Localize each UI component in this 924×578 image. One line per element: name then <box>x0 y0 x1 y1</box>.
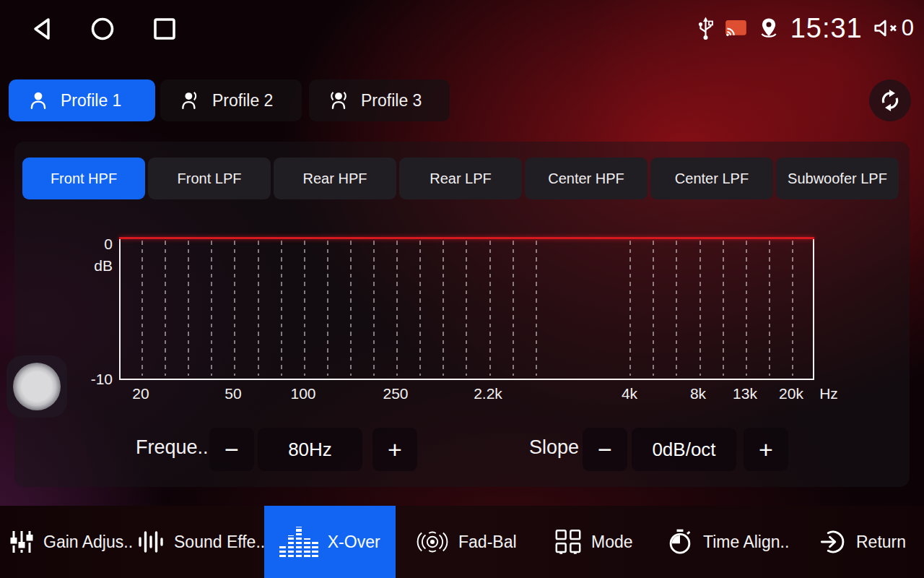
filter-tab-center-lpf[interactable]: Center LPF <box>650 158 773 199</box>
filter-tab-label: Front LPF <box>178 171 242 187</box>
filter-tab-label: Center LPF <box>675 171 749 187</box>
nav-item-return[interactable]: Return <box>819 506 906 578</box>
slope-label: Slope <box>529 436 579 459</box>
sync-icon <box>879 89 902 112</box>
filter-tab-rear-hpf[interactable]: Rear HPF <box>274 158 396 199</box>
nav-item-label: Return <box>856 532 906 552</box>
usb-icon <box>696 14 715 43</box>
nav-item-label: Time Align.. <box>703 532 789 552</box>
floating-touch-button[interactable] <box>6 355 67 418</box>
filter-tab-front-lpf[interactable]: Front LPF <box>148 158 271 199</box>
home-icon[interactable] <box>88 14 117 43</box>
frequency-plus-button[interactable]: + <box>372 428 417 471</box>
y-tick-minus10: -10 <box>78 371 113 388</box>
frequency-label: Freque.. <box>136 436 209 459</box>
volume-muted-icon <box>872 16 901 40</box>
filter-tab-label: Rear HPF <box>303 171 367 187</box>
person-speaking-icon <box>179 90 201 111</box>
crossover-chart <box>119 238 814 380</box>
x-tick-2k2: 2.2k <box>456 385 520 402</box>
fader-balance-icon <box>416 529 449 555</box>
profile-tab-label: Profile 2 <box>212 91 273 111</box>
gain-sliders-icon <box>9 529 34 555</box>
bottom-nav-bar: Gain Adjus.. Sound Effe.. X-Over Fad-Ba <box>0 506 924 578</box>
x-axis-unit: Hz <box>796 385 861 402</box>
recents-icon[interactable] <box>150 14 179 43</box>
filter-tab-subwoofer-lpf[interactable]: Subwoofer LPF <box>776 158 899 199</box>
x-tick-100: 100 <box>271 385 336 402</box>
nav-item-time-align[interactable]: Time Align.. <box>666 506 789 578</box>
nav-item-fad-bal[interactable]: Fad-Bal <box>416 506 517 578</box>
cast-icon <box>725 18 747 38</box>
frequency-minus-button[interactable]: − <box>209 428 254 471</box>
slope-plus-button[interactable]: + <box>744 428 788 471</box>
nav-item-label: Gain Adjus.. <box>43 532 133 552</box>
x-tick-50: 50 <box>201 385 266 402</box>
slope-value: 0dB/oct <box>632 428 736 471</box>
profile-tab-1[interactable]: Profile 1 <box>9 79 155 121</box>
filter-tab-label: Front HPF <box>51 171 117 187</box>
frequency-value: 80Hz <box>258 428 362 471</box>
y-axis-unit: dB <box>78 257 113 275</box>
profile-tab-label: Profile 1 <box>61 91 121 111</box>
knob-icon <box>13 363 61 410</box>
filter-tab-center-hpf[interactable]: Center HPF <box>525 158 648 199</box>
stopwatch-icon <box>666 528 694 556</box>
nav-item-xover[interactable]: X-Over <box>264 506 396 578</box>
filter-tab-label: Rear LPF <box>430 171 492 187</box>
speaker-mode-icon <box>554 528 582 556</box>
slope-minus-button[interactable]: − <box>583 428 627 471</box>
return-icon <box>819 528 847 556</box>
nav-item-gain-adjust[interactable]: Gain Adjus.. <box>9 506 133 578</box>
sound-effect-bars-icon <box>137 529 165 555</box>
nav-item-label: Sound Effe.. <box>174 532 265 552</box>
nav-item-sound-effect[interactable]: Sound Effe.. <box>137 506 265 578</box>
response-curve-0db <box>119 237 814 239</box>
volume-indicator: 0 <box>872 15 914 41</box>
back-icon[interactable] <box>27 14 56 43</box>
person-icon <box>27 90 49 111</box>
location-icon <box>757 14 781 42</box>
nav-item-label: Mode <box>591 532 633 552</box>
y-tick-0: 0 <box>78 236 113 253</box>
x-tick-20: 20 <box>108 385 173 402</box>
refresh-button[interactable] <box>869 79 911 121</box>
nav-item-mode[interactable]: Mode <box>554 506 633 578</box>
clock: 15:31 <box>790 13 863 44</box>
filter-tab-rear-lpf[interactable]: Rear LPF <box>399 158 522 199</box>
profile-tab-3[interactable]: Profile 3 <box>309 79 450 121</box>
profile-tab-label: Profile 3 <box>361 91 422 111</box>
filter-tab-label: Subwoofer LPF <box>788 171 887 187</box>
profile-tab-2[interactable]: Profile 2 <box>160 79 302 121</box>
filter-tab-label: Center HPF <box>548 171 624 187</box>
nav-item-label: Fad-Bal <box>458 532 517 552</box>
nav-item-label: X-Over <box>328 532 380 552</box>
x-tick-250: 250 <box>363 385 428 402</box>
x-tick-4k: 4k <box>597 385 662 402</box>
person-announce-icon <box>328 90 349 111</box>
equalizer-icon <box>279 527 318 557</box>
status-bar: 15:31 0 <box>0 0 924 56</box>
filter-tab-front-hpf[interactable]: Front HPF <box>22 158 145 199</box>
volume-value: 0 <box>902 15 914 41</box>
